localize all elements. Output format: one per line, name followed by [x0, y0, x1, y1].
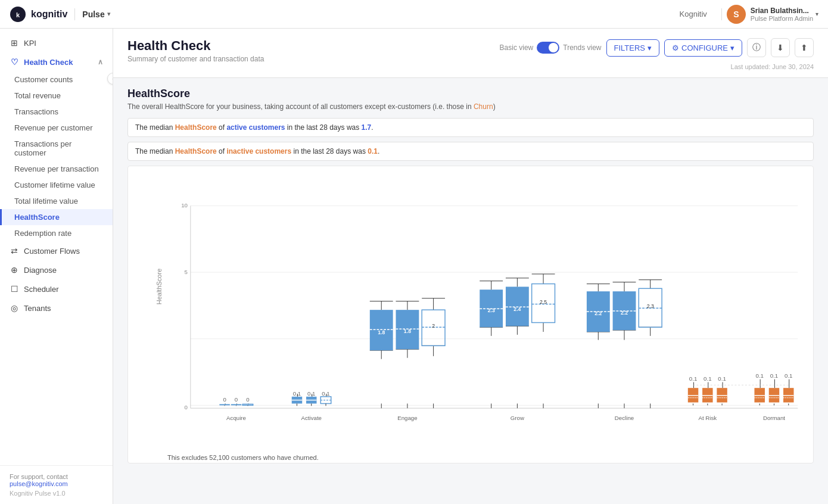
churn-link[interactable]: Churn	[474, 102, 493, 111]
sidebar-item-customer-counts[interactable]: Customer counts	[0, 71, 113, 88]
svg-text:0: 0	[185, 404, 188, 410]
svg-text:0.1: 0.1	[785, 372, 792, 379]
sidebar-item-scheduler[interactable]: ☐ Scheduler	[0, 279, 113, 298]
sidebar: ‹ ⊞ KPI ♡ Health Check ∧ Customer counts…	[0, 29, 113, 504]
svg-text:0.1: 0.1	[704, 375, 711, 382]
sidebar-tenants-label: Tenants	[24, 304, 51, 313]
chart-svg: 10 5 0 0	[167, 176, 804, 450]
nav-divider	[721, 8, 722, 20]
health-check-collapse-icon[interactable]: ∧	[98, 58, 103, 66]
sidebar-item-redemption-rate[interactable]: Redemption rate	[0, 225, 113, 241]
sidebar-kpi-label: KPI	[24, 39, 36, 48]
gear-icon: ⚙	[672, 43, 679, 52]
customer-flows-icon: ⇄	[10, 246, 19, 256]
user-role: Pulse Platform Admin	[751, 15, 813, 22]
sidebar-item-transactions-per-customer[interactable]: Transactions per customer	[0, 136, 113, 161]
page-actions: Basic view Trends view FILTERS ▾ ⚙ CONFI…	[500, 38, 814, 57]
sidebar-item-customer-flows[interactable]: ⇄ Customer Flows	[0, 241, 113, 260]
view-toggle-switch[interactable]	[537, 42, 559, 54]
svg-text:Engage: Engage	[397, 415, 417, 421]
svg-text:2.3: 2.3	[647, 303, 654, 309]
healthscore-chart: HealthScore 10	[127, 166, 814, 463]
user-avatar: S	[727, 5, 746, 24]
svg-text:0.1: 0.1	[322, 390, 329, 397]
sidebar-item-kpi[interactable]: ⊞ KPI	[0, 33, 113, 52]
configure-btn-label: CONFIGURE	[681, 43, 728, 52]
user-dropdown-icon[interactable]: ▾	[815, 11, 818, 17]
share-button[interactable]: ⬆	[795, 38, 814, 57]
page-title-area: Health Check Summary of customer and tra…	[127, 38, 264, 63]
sidebar-item-diagnose[interactable]: ⊕ Diagnose	[0, 260, 113, 279]
filters-button[interactable]: FILTERS ▾	[606, 39, 660, 57]
configure-dropdown-icon: ▾	[730, 43, 734, 52]
svg-text:k: k	[16, 11, 20, 18]
download-button[interactable]: ⬇	[771, 38, 790, 57]
sidebar-item-revenue-per-transaction[interactable]: Revenue per transaction	[0, 161, 113, 177]
inactive-customers-link: inactive customers	[226, 147, 291, 155]
svg-text:0.1: 0.1	[293, 390, 301, 397]
svg-rect-16	[231, 404, 241, 405]
pulse-label: Pulse	[82, 10, 104, 19]
sidebar-health-check-subitems: Customer counts Total revenue Transactio…	[0, 71, 113, 241]
filters-dropdown-icon: ▾	[648, 43, 652, 52]
sidebar-diagnose-label: Diagnose	[24, 266, 57, 275]
active-customers-link: active customers	[226, 123, 285, 132]
healthscore-link-2: HealthScore	[175, 147, 217, 155]
sidebar-health-check-label: Health Check	[24, 58, 73, 67]
healthscore-title: HealthScore	[127, 88, 814, 100]
diagnose-icon: ⊕	[10, 265, 19, 275]
sidebar-item-healthscore[interactable]: HealthScore	[0, 209, 113, 225]
svg-text:At Risk: At Risk	[698, 415, 717, 421]
svg-text:2: 2	[432, 323, 435, 329]
sidebar-item-total-revenue[interactable]: Total revenue	[0, 88, 113, 104]
configure-button[interactable]: ⚙ CONFIGURE ▾	[664, 39, 742, 57]
sidebar-item-health-check[interactable]: ♡ Health Check ∧	[0, 52, 113, 71]
svg-text:2.2: 2.2	[594, 310, 602, 316]
sidebar-customer-flows-label: Customer Flows	[24, 247, 80, 256]
svg-text:0.1: 0.1	[689, 375, 697, 382]
inactive-value: 0.1	[368, 147, 378, 155]
svg-text:Dormant: Dormant	[763, 415, 785, 421]
active-value: 1.7	[362, 123, 372, 132]
svg-text:1.8: 1.8	[404, 328, 411, 334]
active-customers-info: The median HealthScore of active custome…	[127, 118, 814, 137]
support-email-link[interactable]: pulse@kognitiv.com	[10, 480, 68, 487]
svg-text:0.1: 0.1	[770, 372, 778, 379]
info-button[interactable]: ⓘ	[747, 38, 766, 57]
sidebar-item-tenants[interactable]: ◎ Tenants	[0, 298, 113, 318]
svg-text:0: 0	[235, 396, 238, 403]
healthscore-desc: The overall HealthScore for your busines…	[127, 102, 814, 111]
page-header: Health Check Summary of customer and tra…	[113, 29, 828, 78]
svg-rect-12	[219, 404, 229, 405]
user-info: Srian Bulathsin... Pulse Platform Admin	[751, 7, 813, 22]
svg-rect-20	[242, 404, 253, 405]
health-check-icon: ♡	[10, 57, 19, 67]
kognitiv-logo-icon: k	[10, 6, 26, 23]
sidebar-item-customer-lifetime-value[interactable]: Customer lifetime value	[0, 177, 113, 193]
content-area: HealthScore The overall HealthScore for …	[113, 78, 828, 473]
kognitiv-link[interactable]: Kognitiv	[680, 10, 707, 18]
svg-text:1.8: 1.8	[378, 329, 385, 335]
support-text: For support, contact	[10, 473, 103, 480]
page-subtitle: Summary of customer and transaction data	[127, 55, 264, 63]
svg-text:0: 0	[246, 396, 250, 403]
svg-text:2.2: 2.2	[621, 310, 628, 316]
logo: k kognitiv	[10, 6, 67, 23]
main-content: Health Check Summary of customer and tra…	[113, 29, 828, 504]
sidebar-item-transactions[interactable]: Transactions	[0, 104, 113, 120]
pulse-dropdown-icon[interactable]: ▾	[107, 10, 111, 18]
page-title: Health Check	[127, 38, 264, 54]
filters-btn-label: FILTERS	[614, 43, 646, 52]
version-text: Kognitiv Pulse v1.0	[10, 490, 103, 497]
trends-view-label: Trends view	[563, 43, 601, 52]
y-axis-label: HealthScore	[155, 269, 163, 305]
user-name: Srian Bulathsin...	[751, 7, 813, 15]
scheduler-icon: ☐	[10, 284, 19, 294]
kpi-icon: ⊞	[10, 38, 19, 48]
chart-note-text: This excludes 52,100 customers who have …	[167, 454, 319, 461]
chart-wrapper: HealthScore 10	[138, 176, 804, 453]
svg-text:5: 5	[185, 269, 188, 275]
sidebar-item-revenue-per-customer[interactable]: Revenue per customer	[0, 120, 113, 136]
logo-text: kognitiv	[31, 9, 67, 20]
sidebar-item-total-lifetime-value[interactable]: Total lifetime value	[0, 193, 113, 209]
